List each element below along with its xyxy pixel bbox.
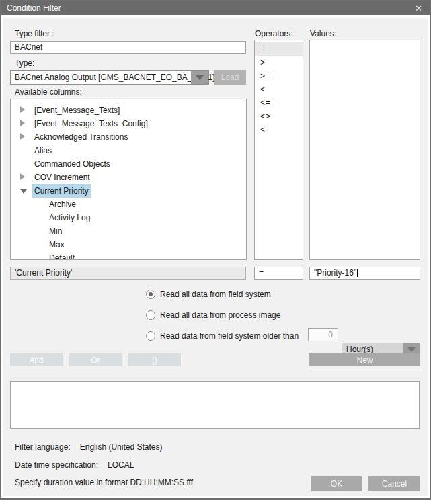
expand-icon[interactable] xyxy=(20,103,27,117)
tree-item[interactable]: [Event_Message_Texts] xyxy=(11,103,246,117)
operator-item[interactable]: > xyxy=(255,56,303,69)
chevron-down-icon[interactable] xyxy=(191,71,208,84)
tree-item[interactable]: Activity Log xyxy=(11,211,246,224)
filter-language-value: English (United States) xyxy=(80,442,163,452)
type-combobox[interactable]: BACnet Analog Output [GMS_BACNET_EO_BA_A… xyxy=(10,70,209,85)
tree-item-label: Activity Log xyxy=(47,211,92,224)
condition-filter-dialog: Condition Filter ✕ Type filter : BACnet … xyxy=(0,0,431,504)
filter-expression-box[interactable] xyxy=(10,381,420,429)
operator-item[interactable]: <- xyxy=(255,123,303,136)
tree-item-label: Current Priority xyxy=(32,184,91,198)
load-button[interactable]: Load xyxy=(214,70,246,85)
operator-item[interactable]: <> xyxy=(255,110,303,123)
parentheses-button[interactable]: () xyxy=(128,353,181,366)
operator-item[interactable]: = xyxy=(255,42,303,56)
tree-item[interactable]: [Event_Message_Texts_Config] xyxy=(11,117,246,130)
available-columns-tree[interactable]: [Event_Message_Texts][Event_Message_Text… xyxy=(10,99,247,260)
condition-operator-field[interactable]: = xyxy=(254,267,303,280)
tree-item-label: COV Increment xyxy=(32,171,92,184)
values-label: Values: xyxy=(310,29,336,38)
tree-item[interactable]: COV Increment xyxy=(11,171,246,184)
tree-item-label: Default xyxy=(47,251,77,260)
radio-button-icon[interactable] xyxy=(146,310,155,320)
duration-format-hint: Specify duration value in format DD:HH:M… xyxy=(15,478,193,487)
operator-item[interactable]: <= xyxy=(255,96,303,110)
tree-item[interactable]: Archive xyxy=(11,198,246,211)
tree-item-label: [Event_Message_Texts] xyxy=(32,103,122,117)
tree-item-label: Acknowledged Transitions xyxy=(32,130,130,144)
close-icon[interactable]: ✕ xyxy=(413,3,424,14)
type-combobox-value: BACnet Analog Output [GMS_BACNET_EO_BA_A… xyxy=(15,71,215,84)
expand-icon[interactable] xyxy=(20,171,27,184)
tree-item-label: Max xyxy=(47,238,67,251)
date-time-specification-value: LOCAL xyxy=(108,460,134,470)
filter-language-label: Filter language: xyxy=(15,442,71,452)
text-cursor xyxy=(357,269,358,277)
tree-item[interactable]: Default xyxy=(11,251,246,260)
cancel-button[interactable]: Cancel xyxy=(368,476,420,491)
type-filter-label: Type filter : xyxy=(15,29,54,38)
dialog-frame: Condition Filter ✕ Type filter : BACnet … xyxy=(0,0,431,500)
collapse-icon[interactable] xyxy=(20,184,27,198)
type-label: Type: xyxy=(15,58,34,68)
expand-icon[interactable] xyxy=(20,117,27,130)
radio-read-field-system[interactable]: Read all data from field system xyxy=(146,289,271,300)
older-than-value-input[interactable]: 0 xyxy=(308,328,338,341)
radio-label: Read data from field system older than xyxy=(160,331,299,341)
radio-label: Read all data from process image xyxy=(160,310,280,320)
tree-item-label: Commanded Objects xyxy=(32,157,112,171)
or-button[interactable]: Or xyxy=(69,353,122,366)
condition-value-field[interactable]: "Priority-16" xyxy=(309,267,420,280)
dialog-title: Condition Filter xyxy=(7,3,61,13)
operator-item[interactable]: >= xyxy=(255,69,303,83)
tree-item[interactable]: Min xyxy=(11,224,246,238)
tree-item[interactable]: Commanded Objects xyxy=(11,157,246,171)
radio-button-icon[interactable] xyxy=(146,331,155,341)
tree-item-label: [Event_Message_Texts_Config] xyxy=(32,117,150,130)
tree-item-label: Archive xyxy=(47,198,78,211)
available-columns-label: Available columns: xyxy=(15,87,82,97)
radio-label: Read all data from field system xyxy=(160,290,271,299)
tree-item-label: Min xyxy=(47,224,64,238)
tree-item-label: Alias xyxy=(32,144,54,157)
and-button[interactable]: And xyxy=(10,353,63,366)
radio-read-process-image[interactable]: Read all data from process image xyxy=(146,310,280,321)
radio-read-older-than[interactable]: Read data from field system older than xyxy=(146,331,299,341)
condition-column-field: 'Current Priority' xyxy=(10,267,246,280)
new-button[interactable]: New xyxy=(309,353,420,366)
ok-button[interactable]: OK xyxy=(311,476,362,491)
type-filter-input[interactable]: BACnet xyxy=(10,41,246,54)
operator-item[interactable]: < xyxy=(255,83,303,96)
tree-item[interactable]: Current Priority xyxy=(11,184,246,198)
title-bar: Condition Filter ✕ xyxy=(1,1,430,15)
expand-icon[interactable] xyxy=(20,130,27,144)
dialog-content: Type filter : BACnet Type: BACnet Analog… xyxy=(3,18,428,496)
tree-item[interactable]: Max xyxy=(11,238,246,251)
operators-label: Operators: xyxy=(255,29,293,38)
values-list[interactable] xyxy=(309,40,420,260)
operators-list[interactable]: =>>=<<=<><- xyxy=(254,40,303,260)
date-time-specification-label: Date time specification: xyxy=(15,460,98,470)
tree-item[interactable]: Alias xyxy=(11,144,246,157)
condition-value-text: "Priority-16" xyxy=(314,268,356,278)
tree-item[interactable]: Acknowledged Transitions xyxy=(11,130,246,144)
radio-button-icon[interactable] xyxy=(146,290,155,299)
